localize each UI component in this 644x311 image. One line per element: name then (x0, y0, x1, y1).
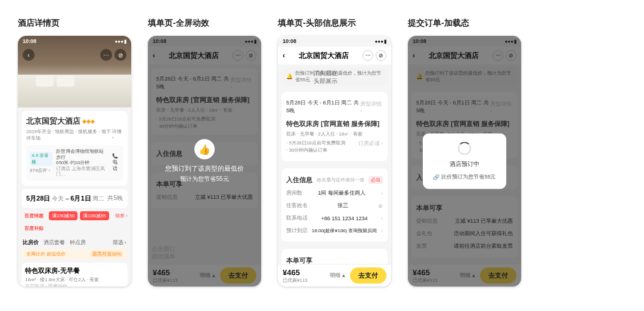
detail-link[interactable]: 详情 › (112, 128, 123, 141)
tab-package[interactable]: 酒店套餐 (44, 239, 65, 247)
pay-button[interactable]: 去支付 (350, 267, 386, 284)
more-icon[interactable]: ⋯ (363, 50, 373, 61)
room-card-1[interactable]: 特色双床房-无早餐 18m² · 楼1.8m大床 · 可住2人 · 有窗 不可取… (21, 263, 128, 287)
total-price: ¥465 (283, 268, 308, 277)
price-hint: 全网比价 超值低价最高可省30% (21, 249, 128, 259)
toast-overlay: 👍 您预订到了该房型的最低价 预计为您节省55元 (163, 139, 246, 183)
diamond-icon: ◆◆◆ (82, 118, 95, 124)
status-bar: 10:08●●●▮ (408, 36, 521, 47)
guest-input[interactable]: 张三 (338, 202, 348, 210)
review-count[interactable]: 874点评 › (30, 167, 52, 174)
promo-label-2: 百度补贴 (21, 224, 47, 233)
phone-input[interactable]: +86 151 1234 1234 (321, 215, 368, 221)
col2-title: 填单页-全屏动效 (148, 18, 209, 29)
coupon-link[interactable]: 领券 › (115, 213, 128, 219)
bell-icon: 🔔 (286, 73, 293, 79)
thumbs-up-icon: 👍 (194, 139, 215, 159)
page-title: 北京国贸大酒店 (285, 51, 363, 61)
status-bar: 10:08●●●▮ (278, 36, 391, 47)
tab-hourly[interactable]: 钟点房 (70, 239, 86, 247)
total-price: ¥465 (153, 268, 178, 277)
close-icon[interactable]: ⊘ (246, 50, 256, 61)
add-guest-icon[interactable]: ⊕ (378, 203, 383, 209)
detail-toggle[interactable]: 明细 ▴ (330, 272, 345, 279)
checkin-title: 入住信息 (286, 175, 312, 184)
checkin-section: 入住信息姓名需与证件保持一致必填 房间数1间 每间最多住两人› 住客姓名张三⊕ … (281, 168, 388, 242)
close-icon[interactable]: ⊘ (376, 50, 386, 61)
status-icons: ●●●▮ (115, 39, 127, 44)
room-tabs: 比房价 酒店套餐 钟点房 筛选 › (18, 236, 131, 249)
room1-sub: 18m² · 楼1.8m大床 · 可住2人 · 有窗 (25, 276, 124, 283)
booking-info-section: 5月28日 今天 - 6月1日 周二 共5晚房型详情 › 特色双床房 [官网直销… (281, 92, 388, 161)
col4-title: 提交订单-加载态 (408, 18, 469, 29)
col3-title: 填单页-头部信息展示 (278, 18, 356, 29)
loc-line2: 650米·约10分钟 (56, 160, 107, 166)
status-bar: 10:08●●●▮ (148, 36, 261, 47)
loading-screen: 10:08●●●▮ ‹北京国贸大酒店⋯⊘ 🔔您预订到了该房型的最低价，预计为您节… (408, 36, 521, 287)
loc-line3: 订酒店 上海市黄浦区凤门… (56, 166, 107, 177)
spinner-icon (458, 142, 471, 155)
loading-text: 酒店预订中 (450, 160, 479, 168)
back-icon[interactable]: ‹ (23, 49, 35, 61)
loc-line1: 距世博会博物馆地铁站步行 (56, 149, 107, 160)
rating-badge: 4.9 非常棒 (30, 152, 52, 166)
share-icon[interactable]: ⋯ (100, 49, 112, 61)
col1-title: 酒店详情页 (18, 18, 60, 29)
date-line: 5月28日 今天 - 6月1日 周二 共5晚 (286, 99, 360, 115)
promo-chip[interactable]: 满150减50 (49, 211, 78, 220)
promo-label-1: 百度特惠 (21, 211, 47, 220)
booking-notes-link[interactable]: 订房必读 › (358, 140, 383, 147)
tab-compare[interactable]: 比房价 (23, 239, 39, 247)
loading-subtext: 比价预订为您节省55元 (433, 173, 496, 181)
detail-toggle[interactable]: 明细 ▴ (200, 272, 215, 279)
nights-label: 共5晚 (107, 194, 123, 202)
rooms-value[interactable]: 1间 每间最多住两人 (318, 189, 366, 197)
loading-popup: 酒店预订中 比价预订为您节省55元 (423, 134, 506, 189)
promo-row: 百度特惠 满150减50 满100减55 领券 › (18, 208, 131, 224)
required-badge: 必填 (369, 176, 383, 184)
benefit-section: 本单可享 促销信息立减 ¥113 已享最大优惠› 会礼包活动期间入住可获得礼包›… (281, 249, 388, 264)
hotel-name: 北京国贸大酒店 (26, 116, 80, 127)
hero-image: ‹ ⋯ ⊘ (18, 36, 131, 107)
page-title: 北京国贸大酒店 (155, 51, 233, 61)
room-name: 特色双床房 [官网直销 服务保障] (286, 119, 379, 128)
promo-chip[interactable]: 满100减55 (80, 211, 109, 220)
filter-link[interactable]: 筛选 › (113, 239, 127, 247)
room-detail-link[interactable]: 房型详情 › (360, 100, 383, 114)
hotel-detail-screen: 10:08 ●●●▮ ‹ ⋯ ⊘ 北京国贸大酒店◆◆◆ 2019年开业 · 地铁… (18, 36, 131, 287)
pay-button[interactable]: 去支付 (220, 267, 256, 284)
toast-line2: 预计为您节省55元 (180, 175, 228, 183)
arrive-value[interactable]: 18:00(超保¥100) 查询预留房间 (312, 227, 377, 234)
date-row[interactable]: 5月28日 今天 – 6月1日 周二 共5晚 (21, 189, 128, 208)
connector-b: 消失后在 头部展示 (314, 69, 338, 85)
hotel-header-card: 北京国贸大酒店◆◆◆ 2019年开业 · 地铁周边 · 接机服务 · 地下停车场… (21, 111, 128, 186)
more-icon[interactable]: ⋯ (233, 50, 243, 61)
status-time: 10:08 (23, 38, 36, 44)
benefit-title: 本单可享 (286, 256, 312, 264)
close-icon[interactable]: ⊘ (114, 49, 126, 61)
phone-button[interactable]: 📞电话 (111, 153, 119, 172)
footer-bar: ¥465已优惠¥113 明细 ▴ 去支付 (278, 264, 391, 287)
connector-a: 点击预订 跳转填单 (151, 245, 175, 260)
status-bar: 10:08 ●●●▮ (18, 36, 131, 47)
room1-title: 特色双床房-无早餐 (25, 266, 124, 275)
toast-line1: 您预订到了该房型的最低价 (165, 164, 244, 173)
hotel-subinfo: 2019年开业 · 地铁周边 · 接机服务 · 地下停车场 (26, 128, 112, 141)
